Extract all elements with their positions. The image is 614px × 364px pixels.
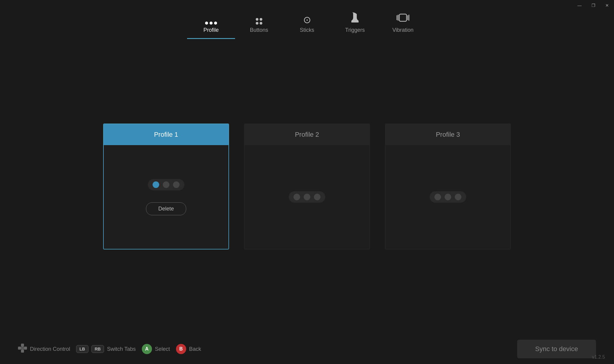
led-dot-3-1	[434, 194, 441, 200]
select-group: A Select	[142, 344, 170, 354]
profile-2-body	[245, 145, 369, 249]
switch-tabs-label: Switch Tabs	[107, 346, 136, 352]
b-badge: B	[176, 344, 186, 354]
led-dot-2-3	[314, 194, 320, 200]
buttons-icon	[256, 18, 262, 25]
sync-to-device-button[interactable]: Sync to device	[517, 340, 596, 358]
profile-2-header: Profile 2	[245, 124, 369, 145]
profile-card-3[interactable]: Profile 3	[385, 124, 511, 249]
svg-rect-9	[24, 347, 27, 350]
tab-buttons-label: Buttons	[250, 27, 268, 33]
led-dot-3-3	[455, 194, 461, 200]
led-dot-2-1	[294, 194, 300, 200]
sticks-icon: ⊙	[303, 15, 311, 25]
minimize-button[interactable]: —	[573, 0, 586, 11]
rb-badge: RB	[91, 345, 104, 353]
led-dot-3-2	[445, 194, 451, 200]
profile-3-body	[386, 145, 510, 249]
footer-controls: Direction Control LB RB Switch Tabs A Se…	[18, 344, 508, 355]
tab-vibration-label: Vibration	[392, 27, 414, 33]
nav-tabs: Profile Buttons ⊙ Sticks Triggers	[0, 0, 614, 39]
profile-icon	[205, 22, 217, 25]
title-bar: — ❐ ✕	[573, 0, 614, 11]
led-dot-1-3	[173, 181, 180, 188]
profile-3-header: Profile 3	[386, 124, 510, 145]
tab-buttons[interactable]: Buttons	[235, 18, 283, 39]
profile-1-header: Profile 1	[104, 124, 228, 145]
vibration-icon	[396, 12, 410, 25]
switch-tabs-group: LB RB Switch Tabs	[76, 345, 136, 353]
back-label: Back	[189, 346, 201, 352]
svg-rect-0	[399, 14, 407, 21]
tab-sticks-label: Sticks	[300, 27, 314, 33]
profile-2-led-strip	[289, 191, 325, 203]
svg-rect-5	[21, 344, 24, 347]
footer: Direction Control LB RB Switch Tabs A Se…	[0, 334, 614, 364]
version-label: v1.2.5	[592, 354, 605, 360]
tab-sticks[interactable]: ⊙ Sticks	[283, 15, 331, 39]
profile-1-led-strip	[148, 179, 184, 190]
delete-profile-1-button[interactable]: Delete	[146, 202, 186, 215]
tab-triggers-label: Triggers	[345, 27, 365, 33]
back-group: B Back	[176, 344, 201, 354]
svg-rect-7	[21, 350, 24, 353]
led-dot-1-2	[163, 181, 169, 188]
triggers-icon	[350, 12, 360, 25]
direction-control-label: Direction Control	[30, 346, 70, 352]
select-label: Select	[155, 346, 170, 352]
profile-1-body: Delete	[104, 145, 228, 249]
a-badge: A	[142, 344, 152, 354]
led-dot-1-active	[153, 181, 159, 188]
led-dot-2-2	[304, 194, 310, 200]
tab-profile-label: Profile	[203, 27, 219, 33]
profile-card-1[interactable]: Profile 1 Delete	[103, 124, 229, 249]
svg-rect-6	[21, 347, 24, 350]
tab-profile[interactable]: Profile	[187, 22, 235, 39]
direction-control-group: Direction Control	[18, 344, 70, 355]
restore-button[interactable]: ❐	[586, 0, 600, 11]
svg-rect-8	[18, 347, 21, 350]
lb-badge: LB	[76, 345, 88, 353]
dpad-icon	[18, 344, 27, 355]
tab-vibration[interactable]: Vibration	[379, 12, 427, 39]
profile-card-2[interactable]: Profile 2	[244, 124, 370, 249]
tab-triggers[interactable]: Triggers	[331, 12, 379, 39]
profile-3-led-strip	[430, 191, 466, 203]
main-content: Profile 1 Delete Profile 2 Profile 3	[0, 39, 614, 334]
close-button[interactable]: ✕	[600, 0, 614, 11]
